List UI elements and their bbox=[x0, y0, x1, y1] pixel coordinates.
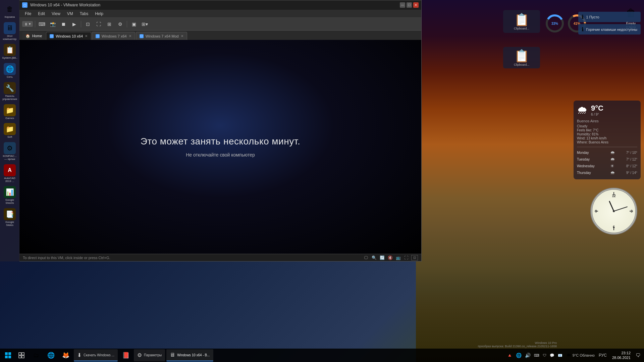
vm-viewport[interactable]: Это может занять несколько минут. Не отк… bbox=[19, 40, 421, 254]
taskbar-settings[interactable]: ⚙ Параметры bbox=[134, 349, 165, 361]
dock-item-control-panel[interactable]: 🔧 Панель управления bbox=[1, 81, 18, 102]
status-icon-display[interactable]: 🖵 bbox=[363, 255, 369, 261]
tray-expand[interactable]: 🔺 bbox=[506, 352, 514, 359]
dock-item-games[interactable]: 📁 Games bbox=[1, 103, 18, 121]
dock-item-kompas[interactable]: ⚙ КОМПАС... — ярлык bbox=[1, 141, 18, 162]
status-icon-fullscreen[interactable]: ⛶ bbox=[403, 255, 409, 261]
tray-icon-1[interactable]: 🛡 bbox=[542, 353, 547, 358]
weather-wind: Wind: 13 km/h km/h bbox=[577, 136, 637, 140]
taskbar-edge[interactable]: 🌐 bbox=[44, 349, 58, 362]
taskbar-firefox[interactable]: 🦊 bbox=[59, 349, 72, 362]
dock-item-soft[interactable]: 📁 Soft bbox=[1, 122, 18, 140]
dock-item-autocad[interactable]: A AutoCAD 2019 ... bbox=[1, 163, 18, 184]
vmware-taskbar-label: Windows 10 x64 - В... bbox=[177, 353, 210, 357]
tray-sound[interactable]: 🔊 bbox=[524, 352, 532, 359]
tray-icon-3[interactable]: 📧 bbox=[557, 353, 564, 358]
pause-button[interactable]: ⏸ ▾ bbox=[22, 21, 33, 27]
clipboard-widget[interactable]: 📋 Clipboard... bbox=[503, 10, 540, 33]
tray-network[interactable]: 🌐 bbox=[515, 352, 523, 359]
tab-win7-x64[interactable]: ⬡ Windows 7 x64 ✕ bbox=[92, 32, 135, 40]
toolbar-pref[interactable]: ⚙ bbox=[115, 19, 125, 29]
notif-empty: ℹ 1 Пусто bbox=[578, 12, 641, 22]
forecast-wednesday: Wednesday ☀ 8° / 12° bbox=[577, 163, 637, 169]
download-icon: ⬇ bbox=[77, 352, 82, 358]
kompas-icon: ⚙ bbox=[4, 142, 16, 154]
tray-weather[interactable]: 🌧 9°C Облачно bbox=[565, 352, 596, 358]
menu-edit[interactable]: Edit bbox=[35, 11, 48, 17]
status-icon-screen2[interactable]: 📺 bbox=[395, 255, 401, 261]
toolbar-full-screen[interactable]: ⛶ bbox=[94, 19, 103, 29]
toolbar-snapshot[interactable]: 📸 bbox=[48, 19, 57, 29]
tab-home[interactable]: 🏠 Home bbox=[22, 32, 45, 40]
tab-win10-label: Windows 10 x64 bbox=[56, 34, 83, 38]
weather-feels-like: Feels like: 7°C bbox=[577, 128, 637, 132]
cpu-gauge: 33% bbox=[545, 13, 565, 34]
clock-svg: 12 3 6 9 bbox=[591, 189, 636, 234]
status-icon-devices[interactable]: 🔄 bbox=[379, 255, 385, 261]
notifications-area: ℹ 1 Пусто ℹ Горячие клавиши недоступны bbox=[578, 12, 641, 35]
clipboard-widget-title: Clipboard... bbox=[514, 27, 529, 30]
toolbar-view-full[interactable]: ▣ bbox=[129, 19, 139, 29]
toolbar-view-options[interactable]: ⊞▾ bbox=[140, 19, 149, 29]
google-sheets-icon: 📊 bbox=[4, 186, 16, 198]
toolbar-suspend[interactable]: ⏹ bbox=[59, 19, 68, 29]
notif-empty-text: 1 Пусто bbox=[586, 15, 599, 19]
edge-icon: 🌐 bbox=[47, 352, 55, 359]
forecast-tuesday: Tuesday 🌧 7° / 12° bbox=[577, 156, 637, 163]
tab-win7-mod[interactable]: ⬡ Windows 7 x64 Mod ✕ bbox=[136, 32, 187, 40]
win10-build: прообраз выпуска: Build 21390.co_release… bbox=[478, 345, 557, 348]
status-icon-sound[interactable]: 🔇 bbox=[387, 255, 393, 261]
status-icon-stretch[interactable]: ⊡ bbox=[411, 255, 418, 260]
dock-item-my-computer[interactable]: 🖥 Этот компьютер bbox=[1, 21, 18, 42]
clipboard-widget-2[interactable]: 📋 Clipboard... bbox=[503, 47, 540, 68]
status-icon-zoom[interactable]: 🔍 bbox=[371, 255, 377, 261]
dock-item-recycle-bin[interactable]: 🗑 Корзина bbox=[1, 2, 18, 20]
task-view-button[interactable] bbox=[15, 349, 28, 362]
dock-item-google-slides[interactable]: 📑 Google Slides bbox=[1, 207, 18, 228]
toolbar-sep-1 bbox=[35, 21, 35, 27]
weather-forecast: Monday 🌧 7° / 10° Tuesday 🌧 7° / 12° Wed… bbox=[577, 147, 637, 176]
dock-item-google-sheets[interactable]: 📊 Google Sheets bbox=[1, 185, 18, 206]
svg-line-16 bbox=[614, 207, 627, 211]
tabs-bar: 🏠 Home ⬡ Windows 10 x64 ✕ ⬡ Windows 7 x6… bbox=[19, 31, 421, 40]
menu-tabs[interactable]: Tabs bbox=[77, 11, 91, 17]
toolbar-fit-guest[interactable]: ⊡ bbox=[83, 19, 93, 29]
tab-win7-close[interactable]: ✕ bbox=[129, 34, 131, 38]
toolbar-power-on[interactable]: ▶ bbox=[69, 19, 79, 29]
minimize-button[interactable]: — bbox=[400, 2, 405, 8]
tab-win7-mod-close[interactable]: ✕ bbox=[181, 34, 183, 38]
toolbar-unity[interactable]: ⊞ bbox=[105, 19, 114, 29]
tab-win10-x64[interactable]: ⬡ Windows 10 x64 ✕ bbox=[46, 32, 91, 40]
weather-icon-main: 🌧 bbox=[577, 104, 588, 116]
notification-center-button[interactable]: 🗨 bbox=[635, 352, 641, 359]
pause-icon: ⏸ bbox=[24, 22, 28, 26]
dock-item-network[interactable]: 🌐 Сеть bbox=[1, 62, 18, 80]
system-tray: 🔺 🌐 🔊 ⌨ 🛡 💬 📧 🌧 9°C Облачно РУС 23:12 28… bbox=[506, 351, 641, 360]
maximize-button[interactable]: ☐ bbox=[407, 2, 412, 8]
taskbar-vmware-active[interactable]: 🖥 Windows 10 x64 - В... bbox=[166, 349, 213, 361]
settings-label: Параметры bbox=[144, 353, 162, 357]
toolbar-send-ctrl-alt-del[interactable]: ⌨ bbox=[37, 19, 47, 29]
clipboard-icon-large: 📋 bbox=[514, 13, 529, 27]
start-button[interactable] bbox=[3, 350, 13, 361]
home-icon: 🏠 bbox=[25, 34, 30, 38]
weather-location: Buenos Aires bbox=[577, 119, 637, 123]
menu-view[interactable]: View bbox=[49, 11, 63, 17]
my-computer-icon: 🖥 bbox=[4, 22, 16, 34]
menu-help[interactable]: Help bbox=[92, 11, 106, 17]
close-button[interactable]: ✕ bbox=[413, 2, 419, 8]
tray-icon-2[interactable]: 💬 bbox=[549, 353, 555, 358]
taskbar-app-red[interactable]: 📕 bbox=[119, 349, 132, 362]
tray-clock[interactable]: 23:12 28.06.2021 bbox=[609, 351, 633, 360]
menu-file[interactable]: File bbox=[22, 11, 34, 17]
menu-vm[interactable]: VM bbox=[64, 11, 76, 17]
taskbar-download-windows[interactable]: ⬇ Скачать Windows ... bbox=[74, 349, 118, 361]
tray-language[interactable]: РУС bbox=[597, 352, 608, 358]
games-icon: 📁 bbox=[4, 104, 16, 116]
dock-item-system[interactable]: 📋 System.[B8.. bbox=[1, 43, 18, 61]
notif-hotkey-icon: ℹ bbox=[582, 26, 584, 33]
window-title: Windows 10 x64 - VMware Workstation bbox=[30, 3, 397, 7]
taskbar-file-explorer[interactable]: 🗂 bbox=[30, 349, 43, 362]
tray-keyboard[interactable]: ⌨ bbox=[533, 353, 540, 358]
tab-win10-close[interactable]: ✕ bbox=[85, 34, 88, 38]
